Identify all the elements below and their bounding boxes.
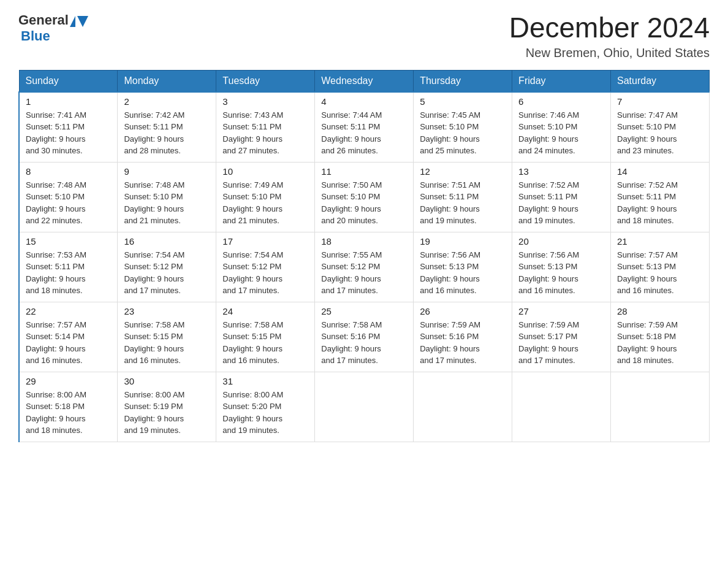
calendar-cell: 9 Sunrise: 7:48 AM Sunset: 5:10 PM Dayli…: [118, 162, 216, 232]
calendar-week-2: 8 Sunrise: 7:48 AM Sunset: 5:10 PM Dayli…: [19, 162, 710, 232]
calendar-cell: 31 Sunrise: 8:00 AM Sunset: 5:20 PM Dayl…: [216, 372, 315, 442]
day-number: 27: [518, 306, 604, 316]
day-info: Sunrise: 7:44 AM Sunset: 5:11 PM Dayligh…: [321, 109, 407, 157]
day-info: Sunrise: 7:48 AM Sunset: 5:10 PM Dayligh…: [124, 179, 210, 227]
day-number: 30: [124, 376, 210, 386]
weekday-header-row: SundayMondayTuesdayWednesdayThursdayFrid…: [19, 70, 710, 92]
day-number: 8: [26, 166, 111, 177]
calendar-cell: 28 Sunrise: 7:59 AM Sunset: 5:18 PM Dayl…: [611, 302, 710, 372]
calendar-cell: 22 Sunrise: 7:57 AM Sunset: 5:14 PM Dayl…: [19, 302, 118, 372]
day-info: Sunrise: 7:59 AM Sunset: 5:16 PM Dayligh…: [420, 319, 506, 367]
day-number: 12: [420, 166, 506, 177]
calendar-cell: [611, 372, 710, 442]
day-info: Sunrise: 7:58 AM Sunset: 5:15 PM Dayligh…: [124, 319, 210, 367]
day-number: 13: [518, 166, 604, 177]
day-info: Sunrise: 7:54 AM Sunset: 5:12 PM Dayligh…: [124, 249, 210, 297]
day-info: Sunrise: 8:00 AM Sunset: 5:18 PM Dayligh…: [26, 389, 111, 437]
day-number: 18: [321, 236, 407, 247]
day-number: 20: [518, 236, 604, 247]
day-number: 15: [26, 236, 111, 247]
calendar-cell: 16 Sunrise: 7:54 AM Sunset: 5:12 PM Dayl…: [118, 232, 216, 302]
calendar-cell: [315, 372, 414, 442]
day-info: Sunrise: 7:53 AM Sunset: 5:11 PM Dayligh…: [26, 249, 111, 297]
day-info: Sunrise: 7:52 AM Sunset: 5:11 PM Dayligh…: [617, 179, 703, 227]
calendar-cell: 20 Sunrise: 7:56 AM Sunset: 5:13 PM Dayl…: [512, 232, 611, 302]
calendar-cell: 19 Sunrise: 7:56 AM Sunset: 5:13 PM Dayl…: [414, 232, 512, 302]
day-number: 31: [222, 376, 308, 386]
weekday-header-monday: Monday: [118, 70, 216, 92]
day-info: Sunrise: 7:59 AM Sunset: 5:17 PM Dayligh…: [518, 319, 604, 367]
weekday-header-sunday: Sunday: [19, 70, 118, 92]
calendar-week-4: 22 Sunrise: 7:57 AM Sunset: 5:14 PM Dayl…: [19, 302, 710, 372]
day-info: Sunrise: 7:56 AM Sunset: 5:13 PM Dayligh…: [420, 249, 506, 297]
calendar-table: SundayMondayTuesdayWednesdayThursdayFrid…: [18, 70, 710, 442]
month-title: December 2024: [509, 12, 710, 44]
calendar-cell: 15 Sunrise: 7:53 AM Sunset: 5:11 PM Dayl…: [19, 232, 118, 302]
day-info: Sunrise: 7:41 AM Sunset: 5:11 PM Dayligh…: [26, 109, 111, 157]
calendar-week-5: 29 Sunrise: 8:00 AM Sunset: 5:18 PM Dayl…: [19, 372, 710, 442]
day-number: 28: [617, 306, 703, 316]
calendar-cell: 27 Sunrise: 7:59 AM Sunset: 5:17 PM Dayl…: [512, 302, 611, 372]
day-number: 16: [124, 236, 210, 247]
day-info: Sunrise: 7:52 AM Sunset: 5:11 PM Dayligh…: [518, 179, 604, 227]
title-block: December 2024 New Bremen, Ohio, United S…: [509, 12, 710, 60]
logo-general: General: [18, 12, 69, 28]
day-number: 24: [222, 306, 308, 316]
day-number: 7: [617, 96, 703, 107]
day-info: Sunrise: 7:50 AM Sunset: 5:10 PM Dayligh…: [321, 179, 407, 227]
calendar-cell: 7 Sunrise: 7:47 AM Sunset: 5:10 PM Dayli…: [611, 92, 710, 163]
day-number: 22: [26, 306, 111, 316]
weekday-header-wednesday: Wednesday: [315, 70, 414, 92]
day-number: 1: [26, 96, 111, 107]
page-header: General Blue December 2024 New Bremen, O…: [18, 12, 710, 60]
calendar-cell: 25 Sunrise: 7:58 AM Sunset: 5:16 PM Dayl…: [315, 302, 414, 372]
weekday-header-thursday: Thursday: [414, 70, 512, 92]
day-info: Sunrise: 7:47 AM Sunset: 5:10 PM Dayligh…: [617, 109, 703, 157]
day-info: Sunrise: 7:49 AM Sunset: 5:10 PM Dayligh…: [222, 179, 308, 227]
day-number: 14: [617, 166, 703, 177]
day-info: Sunrise: 7:58 AM Sunset: 5:16 PM Dayligh…: [321, 319, 407, 367]
day-info: Sunrise: 7:46 AM Sunset: 5:10 PM Dayligh…: [518, 109, 604, 157]
calendar-cell: 14 Sunrise: 7:52 AM Sunset: 5:11 PM Dayl…: [611, 162, 710, 232]
day-info: Sunrise: 7:45 AM Sunset: 5:10 PM Dayligh…: [420, 109, 506, 157]
calendar-cell: 13 Sunrise: 7:52 AM Sunset: 5:11 PM Dayl…: [512, 162, 611, 232]
calendar-cell: 30 Sunrise: 8:00 AM Sunset: 5:19 PM Dayl…: [118, 372, 216, 442]
calendar-week-1: 1 Sunrise: 7:41 AM Sunset: 5:11 PM Dayli…: [19, 92, 710, 163]
day-number: 10: [222, 166, 308, 177]
calendar-cell: 21 Sunrise: 7:57 AM Sunset: 5:13 PM Dayl…: [611, 232, 710, 302]
calendar-cell: 3 Sunrise: 7:43 AM Sunset: 5:11 PM Dayli…: [216, 92, 315, 163]
calendar-cell: 4 Sunrise: 7:44 AM Sunset: 5:11 PM Dayli…: [315, 92, 414, 163]
weekday-header-saturday: Saturday: [611, 70, 710, 92]
day-info: Sunrise: 7:59 AM Sunset: 5:18 PM Dayligh…: [617, 319, 703, 367]
calendar-cell: 24 Sunrise: 7:58 AM Sunset: 5:15 PM Dayl…: [216, 302, 315, 372]
day-number: 23: [124, 306, 210, 316]
day-number: 19: [420, 236, 506, 247]
day-number: 4: [321, 96, 407, 107]
location: New Bremen, Ohio, United States: [509, 46, 710, 60]
calendar-cell: 23 Sunrise: 7:58 AM Sunset: 5:15 PM Dayl…: [118, 302, 216, 372]
calendar-cell: 6 Sunrise: 7:46 AM Sunset: 5:10 PM Dayli…: [512, 92, 611, 163]
day-number: 21: [617, 236, 703, 247]
calendar-cell: 12 Sunrise: 7:51 AM Sunset: 5:11 PM Dayl…: [414, 162, 512, 232]
calendar-cell: 1 Sunrise: 7:41 AM Sunset: 5:11 PM Dayli…: [19, 92, 118, 163]
calendar-cell: 11 Sunrise: 7:50 AM Sunset: 5:10 PM Dayl…: [315, 162, 414, 232]
day-info: Sunrise: 7:43 AM Sunset: 5:11 PM Dayligh…: [222, 109, 308, 157]
day-info: Sunrise: 7:58 AM Sunset: 5:15 PM Dayligh…: [222, 319, 308, 367]
day-number: 9: [124, 166, 210, 177]
day-number: 11: [321, 166, 407, 177]
calendar-cell: 17 Sunrise: 7:54 AM Sunset: 5:12 PM Dayl…: [216, 232, 315, 302]
calendar-cell: [414, 372, 512, 442]
calendar-cell: 18 Sunrise: 7:55 AM Sunset: 5:12 PM Dayl…: [315, 232, 414, 302]
day-info: Sunrise: 8:00 AM Sunset: 5:19 PM Dayligh…: [124, 389, 210, 437]
day-number: 26: [420, 306, 506, 316]
calendar-cell: 8 Sunrise: 7:48 AM Sunset: 5:10 PM Dayli…: [19, 162, 118, 232]
day-number: 6: [518, 96, 604, 107]
day-number: 29: [26, 376, 111, 386]
calendar-cell: 2 Sunrise: 7:42 AM Sunset: 5:11 PM Dayli…: [118, 92, 216, 163]
day-info: Sunrise: 7:42 AM Sunset: 5:11 PM Dayligh…: [124, 109, 210, 157]
calendar-week-3: 15 Sunrise: 7:53 AM Sunset: 5:11 PM Dayl…: [19, 232, 710, 302]
day-number: 25: [321, 306, 407, 316]
day-info: Sunrise: 7:48 AM Sunset: 5:10 PM Dayligh…: [26, 179, 111, 227]
logo-blue: Blue: [21, 28, 50, 44]
day-number: 2: [124, 96, 210, 107]
